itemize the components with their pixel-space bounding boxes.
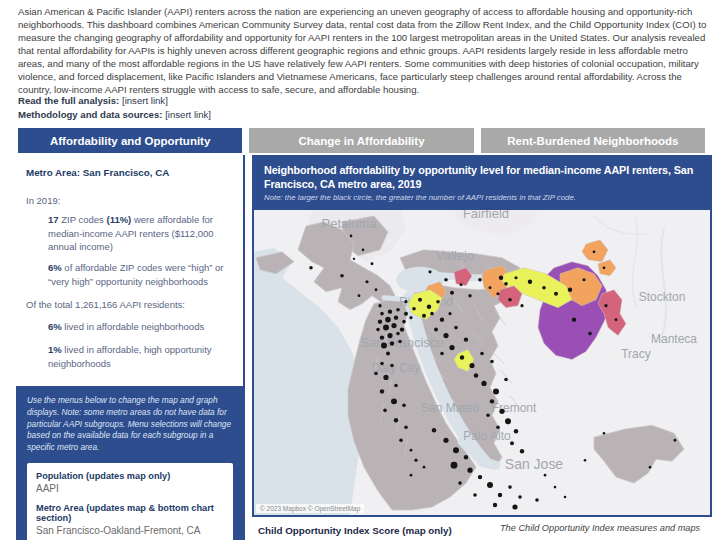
city-label-tracy: Tracy bbox=[621, 347, 651, 361]
metro-menu-label: Metro Area (updates map & bottom chart s… bbox=[36, 503, 224, 523]
stat-zip-count: 17 bbox=[48, 214, 59, 225]
tab-affordability-opportunity[interactable]: Affordability and Opportunity bbox=[18, 128, 242, 153]
city-label-fremont: Fremont bbox=[492, 401, 537, 415]
analysis-link-row: Read the full analysis: [insert link] bbox=[18, 94, 211, 108]
map-header: Neighborhood affordability by opportunit… bbox=[254, 157, 710, 210]
population-menu-label: Population (updates map only) bbox=[36, 471, 224, 481]
map-attribution[interactable]: © 2023 Mapbox © OpenStreetMap bbox=[256, 504, 364, 513]
stat-affordable-high-opp: 1% lived in affordable, high opportunity… bbox=[48, 343, 226, 370]
stat-affordable-high-opp-percent: 1% bbox=[48, 344, 62, 355]
city-label-stockton: Stockton bbox=[639, 290, 686, 304]
city-label-san-mateo: San Mateo bbox=[421, 401, 479, 415]
methodology-link-label: Methodology and data sources: bbox=[18, 109, 165, 120]
stat-zip-codes: 17 ZIP codes (11%) were affordable for m… bbox=[48, 213, 226, 254]
sidebar-stats-panel: Metro Area: San Francisco, CA In 2019: 1… bbox=[18, 155, 245, 540]
population-select[interactable]: AAPI bbox=[36, 483, 224, 494]
analysis-link-placeholder[interactable]: [insert link] bbox=[122, 95, 168, 106]
stat-opportunity: 6% of affordable ZIP codes were “high” o… bbox=[48, 261, 226, 288]
stat-affordable-percent: 6% bbox=[48, 321, 62, 332]
intro-paragraph: Asian American & Pacific Islander (AAPI)… bbox=[18, 5, 708, 96]
map-note: Note: the larger the black circle, the g… bbox=[264, 193, 700, 202]
analysis-link-label: Read the full analysis: bbox=[18, 95, 122, 106]
sidebar-residents-intro: Of the total 1,261,166 AAPI residents: bbox=[26, 298, 231, 311]
links-block: Read the full analysis: [insert link] Me… bbox=[18, 94, 211, 121]
city-label-fairfield: Fairfield bbox=[463, 210, 509, 221]
menu-instructions-box: Use the menus below to change the map an… bbox=[16, 386, 244, 540]
stat-zip-percent: (11%) bbox=[106, 214, 131, 225]
map-title: Neighborhood affordability by opportunit… bbox=[264, 163, 700, 191]
menu-card: Population (updates map only) AAPI Metro… bbox=[27, 463, 233, 540]
sidebar-metro-heading: Metro Area: San Francisco, CA bbox=[26, 167, 169, 178]
city-label-petaluma: Petaluma bbox=[322, 216, 378, 231]
methodology-link-row: Methodology and data sources: [insert li… bbox=[18, 108, 211, 122]
city-label-vallejo: Vallejo bbox=[436, 248, 474, 263]
methodology-link-placeholder[interactable]: [insert link] bbox=[165, 109, 211, 120]
city-label-daly-city: Daly City bbox=[372, 361, 420, 375]
legend-title: Child Opportunity Index Score (map only) bbox=[258, 525, 452, 536]
tab-bar: Affordability and Opportunity Change in … bbox=[18, 128, 705, 153]
legend-footer: Child Opportunity Index Score (map only)… bbox=[252, 517, 720, 540]
map-panel: Neighborhood affordability by opportunit… bbox=[252, 155, 712, 517]
city-label-san-jose: San Jose bbox=[505, 456, 564, 472]
sidebar-year-intro: In 2019: bbox=[26, 194, 60, 207]
map-canvas[interactable]: Petaluma Fairfield Vallejo Antioch Stock… bbox=[254, 210, 710, 515]
bay-area-map: Petaluma Fairfield Vallejo Antioch Stock… bbox=[254, 210, 710, 515]
dashboard: Asian American & Pacific Islander (AAPI)… bbox=[0, 0, 720, 540]
city-label-san-francisco: San Francisco bbox=[360, 335, 443, 350]
city-label-palo-alto: Palo Alto bbox=[463, 429, 511, 443]
metro-select[interactable]: San Francisco-Oakland-Fremont, CA bbox=[36, 525, 224, 536]
stat-opportunity-percent: 6% bbox=[48, 262, 62, 273]
stat-affordable: 6% lived in affordable neighborhoods bbox=[48, 320, 226, 334]
tab-change-in-affordability[interactable]: Change in Affordability bbox=[249, 128, 473, 153]
tab-rent-burdened-neighborhoods[interactable]: Rent-Burdened Neighborhoods bbox=[481, 128, 705, 153]
city-label-manteca: Manteca bbox=[651, 332, 697, 346]
menu-instructions-text: Use the menus below to change the map an… bbox=[27, 395, 233, 454]
coi-description: The Child Opportunity Index measures and… bbox=[500, 523, 700, 533]
